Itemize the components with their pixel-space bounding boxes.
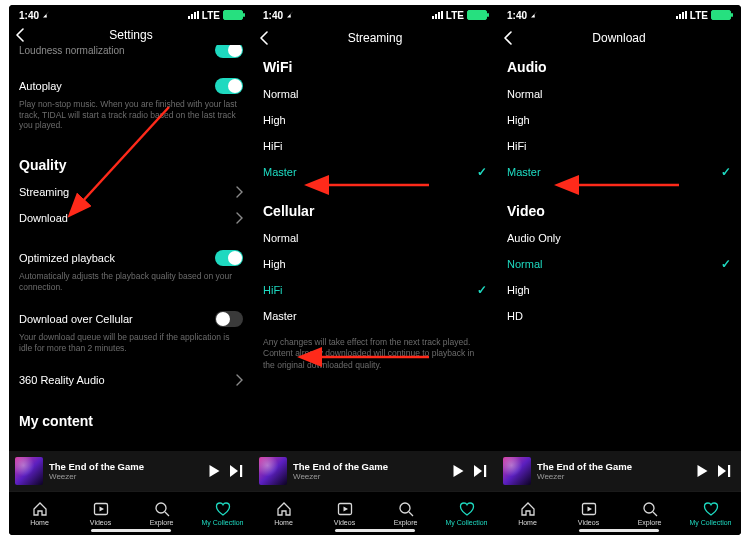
video-option[interactable]: HD (507, 303, 731, 329)
settings-row-streaming[interactable]: Streaming (19, 179, 243, 205)
tab-label: Home (274, 519, 293, 526)
setting-label: Download over Cellular (19, 313, 133, 325)
heart-icon (703, 501, 719, 517)
toggle-optimized[interactable] (215, 250, 243, 266)
play-icon[interactable] (453, 465, 464, 477)
tab-home[interactable]: Home (9, 492, 70, 535)
play-icon[interactable] (697, 465, 708, 477)
now-playing-bar[interactable]: The End of the Game Weezer (9, 451, 253, 491)
option-label: Master (263, 310, 297, 322)
setting-row-optimized[interactable]: Optimized playback (19, 245, 243, 271)
check-icon: ✓ (477, 283, 487, 297)
tab-label: Videos (578, 519, 599, 526)
option-label: Normal (507, 258, 542, 270)
home-icon (32, 501, 48, 517)
toggle-loudness[interactable] (215, 45, 243, 58)
audio-option[interactable]: Master✓ (507, 159, 731, 185)
wifi-option[interactable]: HiFi (263, 133, 487, 159)
setting-row-dlcell[interactable]: Download over Cellular (19, 306, 243, 332)
network-label: LTE (446, 10, 464, 21)
back-icon[interactable] (503, 31, 513, 45)
option-label: High (263, 258, 286, 270)
cellular-option[interactable]: High (263, 251, 487, 277)
toggle-dlcell[interactable] (215, 311, 243, 327)
tab-home[interactable]: Home (497, 492, 558, 535)
track-title: The End of the Game (49, 461, 203, 472)
option-label: Audio Only (507, 232, 561, 244)
tab-mycollection[interactable]: My Collection (192, 492, 253, 535)
triptych-container: 1:40 LTE Settings Loudness normalization (9, 5, 741, 535)
option-label: High (263, 114, 286, 126)
page-title: Settings (9, 28, 253, 42)
video-option[interactable]: High (507, 277, 731, 303)
status-bar: 1:40 LTE (253, 5, 497, 25)
svg-point-2 (156, 503, 166, 513)
check-icon: ✓ (477, 165, 487, 179)
toggle-autoplay[interactable] (215, 78, 243, 94)
battery-icon (711, 10, 731, 20)
audio-option[interactable]: High (507, 107, 731, 133)
status-time: 1:40 (19, 10, 39, 21)
settings-body: Loudness normalization Autoplay Play non… (9, 45, 253, 451)
back-icon[interactable] (15, 28, 25, 42)
cellular-option[interactable]: HiFi✓ (263, 277, 487, 303)
next-icon[interactable] (718, 465, 731, 477)
section-video: Video (507, 203, 731, 219)
option-label: HD (507, 310, 523, 322)
quality-footnote: Any changes will take effect from the ne… (263, 337, 487, 371)
download-body: Audio NormalHighHiFiMaster✓ Video Audio … (497, 51, 741, 451)
tab-mycollection[interactable]: My Collection (680, 492, 741, 535)
setting-row-loudness[interactable]: Loudness normalization (19, 45, 243, 63)
audio-option[interactable]: Normal (507, 81, 731, 107)
album-art (15, 457, 43, 485)
tab-home[interactable]: Home (253, 492, 314, 535)
cellular-option[interactable]: Master (263, 303, 487, 329)
video-option[interactable]: Normal✓ (507, 251, 731, 277)
track-title: The End of the Game (293, 461, 447, 472)
row-label: Streaming (19, 186, 69, 198)
status-bar: 1:40 LTE (9, 5, 253, 25)
now-playing-text: The End of the Game Weezer (537, 461, 691, 481)
settings-row-360[interactable]: 360 Reality Audio (19, 367, 243, 393)
tab-label: Home (30, 519, 49, 526)
videos-icon (337, 501, 353, 517)
home-indicator (335, 529, 415, 532)
signal-icon (432, 11, 443, 19)
battery-icon (223, 10, 243, 20)
option-label: High (507, 114, 530, 126)
next-icon[interactable] (230, 465, 243, 477)
back-icon[interactable] (259, 31, 269, 45)
svg-rect-0 (240, 465, 242, 477)
svg-rect-4 (484, 465, 486, 477)
audio-option[interactable]: HiFi (507, 133, 731, 159)
setting-desc: Automatically adjusts the playback quali… (19, 271, 243, 292)
panel-settings: 1:40 LTE Settings Loudness normalization (9, 5, 253, 535)
network-label: LTE (690, 10, 708, 21)
signal-icon (676, 11, 687, 19)
videos-icon (581, 501, 597, 517)
wifi-option[interactable]: High (263, 107, 487, 133)
next-icon[interactable] (474, 465, 487, 477)
svg-line-11 (653, 512, 657, 516)
wifi-option[interactable]: Master✓ (263, 159, 487, 185)
section-audio: Audio (507, 59, 731, 75)
tab-label: My Collection (201, 519, 243, 526)
settings-row-download[interactable]: Download (19, 205, 243, 231)
now-playing-bar[interactable]: The End of the Game Weezer (497, 451, 741, 491)
play-icon[interactable] (209, 465, 220, 477)
wifi-option[interactable]: Normal (263, 81, 487, 107)
videos-icon (93, 501, 109, 517)
track-title: The End of the Game (537, 461, 691, 472)
video-option[interactable]: Audio Only (507, 225, 731, 251)
album-art (503, 457, 531, 485)
setting-row-autoplay[interactable]: Autoplay (19, 73, 243, 99)
svg-point-6 (400, 503, 410, 513)
now-playing-bar[interactable]: The End of the Game Weezer (253, 451, 497, 491)
tab-label: My Collection (445, 519, 487, 526)
check-icon: ✓ (721, 165, 731, 179)
cellular-option[interactable]: Normal (263, 225, 487, 251)
location-icon (43, 11, 51, 19)
signal-icon (188, 11, 199, 19)
tab-mycollection[interactable]: My Collection (436, 492, 497, 535)
svg-line-7 (409, 512, 413, 516)
